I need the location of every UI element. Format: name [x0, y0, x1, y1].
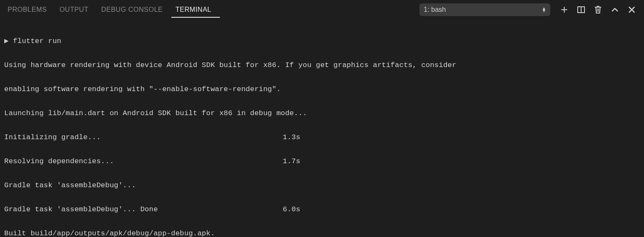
terminal-line: Launching lib/main.dart on Android SDK b…	[4, 108, 640, 120]
terminal-line: ▶ flutter run	[4, 35, 640, 48]
terminal-line: Built build/app/outputs/apk/debug/app-de…	[4, 228, 640, 237]
terminal-selector-value: 1: bash	[424, 6, 446, 13]
panel-header: PROBLEMS OUTPUT DEBUG CONSOLE TERMINAL 1…	[0, 0, 644, 19]
close-panel-button[interactable]	[627, 5, 636, 14]
terminal-output[interactable]: ▶ flutter run Using hardware rendering w…	[0, 19, 644, 237]
updown-icon: ▲▼	[542, 7, 546, 12]
split-panel-icon	[577, 5, 585, 14]
terminal-line: Resolving dependencies...1.7s	[4, 156, 640, 168]
duration: 6.0s	[283, 204, 300, 216]
terminal-line: enabling software rendering with "--enab…	[4, 83, 640, 96]
panel-tabs: PROBLEMS OUTPUT DEBUG CONSOLE TERMINAL	[3, 2, 220, 18]
terminal-line: Gradle task 'assembleDebug'...	[4, 180, 640, 192]
duration: 1.3s	[283, 132, 300, 144]
duration: 1.7s	[283, 156, 300, 168]
tab-problems[interactable]: PROBLEMS	[3, 2, 55, 18]
split-terminal-button[interactable]	[576, 5, 586, 14]
maximize-panel-button[interactable]	[610, 5, 620, 14]
tab-output[interactable]: OUTPUT	[55, 2, 97, 18]
command-text: flutter run	[13, 37, 61, 45]
terminal-line: Gradle task 'assembleDebug'... Done6.0s	[4, 204, 640, 216]
terminal-actions	[560, 5, 636, 14]
terminal-line: Using hardware rendering with device And…	[4, 59, 640, 72]
terminal-line: Initializing gradle...1.3s	[4, 132, 640, 144]
plus-icon	[560, 5, 568, 14]
kill-terminal-button[interactable]	[593, 5, 603, 14]
prompt-symbol: ▶	[4, 37, 8, 45]
new-terminal-button[interactable]	[560, 5, 569, 14]
close-icon	[628, 5, 636, 14]
tab-terminal[interactable]: TERMINAL	[171, 2, 220, 18]
chevron-up-icon	[611, 5, 619, 14]
trash-icon	[594, 5, 602, 14]
terminal-selector-dropdown[interactable]: 1: bash ▲▼	[419, 3, 550, 16]
tab-debug-console[interactable]: DEBUG CONSOLE	[97, 2, 171, 18]
